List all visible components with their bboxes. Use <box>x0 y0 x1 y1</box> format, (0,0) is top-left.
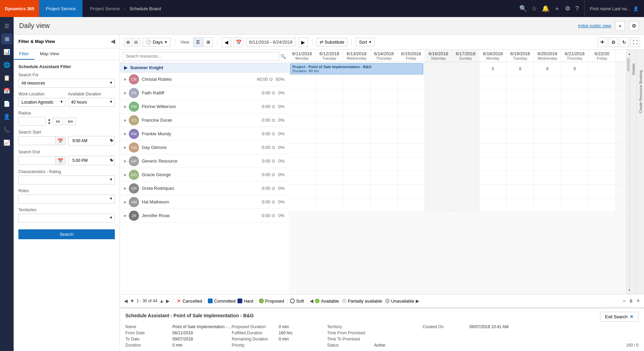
sidebar-person-icon[interactable]: 👤 <box>1 111 12 122</box>
roles-select[interactable] <box>18 195 115 203</box>
calendar-cell[interactable] <box>425 103 452 116</box>
calendar-cell[interactable] <box>561 130 588 143</box>
calendar-cell[interactable] <box>452 103 479 116</box>
calendar-cell[interactable] <box>479 157 507 171</box>
calendar-cell[interactable] <box>316 171 343 184</box>
expand-resource-icon[interactable]: ▶ <box>124 65 127 70</box>
app-name[interactable]: Project Service <box>39 0 82 17</box>
territories-select[interactable] <box>18 214 115 223</box>
sidebar-phone-icon[interactable]: 📞 <box>1 124 12 135</box>
calendar-cell[interactable] <box>370 171 398 184</box>
calendar-cell[interactable] <box>289 117 316 130</box>
calendar-cell[interactable] <box>479 144 507 157</box>
radius-input[interactable]: 20 <box>18 117 46 126</box>
calendar-cell[interactable] <box>370 76 398 89</box>
list-item[interactable]: ▶FWFlorine Wilkerson0:00 ⊙0% <box>120 100 289 113</box>
search-end-calendar-icon[interactable]: 📅 <box>56 156 65 165</box>
calendar-cell[interactable] <box>534 198 561 212</box>
settings-grid-button[interactable]: ⚙ <box>609 37 618 47</box>
search-for-select[interactable]: All resources <box>18 79 115 88</box>
calendar-cell[interactable] <box>561 144 588 157</box>
calendar-cell[interactable] <box>479 89 507 103</box>
legend-next-button[interactable]: ▶ <box>416 298 419 304</box>
calendar-cell[interactable] <box>534 185 561 198</box>
resource-expand-icon[interactable]: ▶ <box>124 186 127 190</box>
calendar-cell[interactable] <box>561 185 588 198</box>
calendar-cell[interactable] <box>370 185 398 198</box>
booking-block[interactable]: Project - Point of Sale Implementation -… <box>290 63 423 74</box>
calendar-cell[interactable]: 8 <box>479 62 507 75</box>
sort-button[interactable]: Sort ▼ <box>356 38 375 46</box>
radius-up-arrow[interactable]: ▲ <box>48 118 51 121</box>
prev-page-button[interactable]: ◀ <box>124 298 128 304</box>
resource-expand-icon[interactable]: ▶ <box>124 214 127 217</box>
calendar-cell[interactable] <box>561 76 588 89</box>
create-booking-panel[interactable]: Create Resource Booking <box>637 50 644 294</box>
calendar-cell[interactable] <box>452 62 479 75</box>
collapse-button[interactable]: ⊟ <box>132 39 140 46</box>
calendar-cell[interactable] <box>507 89 534 103</box>
tab-filter[interactable]: Filter <box>14 48 34 60</box>
calendar-cell[interactable] <box>289 198 316 212</box>
search-start-time[interactable]: 9:00 AM <box>68 136 115 146</box>
calendar-cell[interactable] <box>343 185 370 198</box>
calendar-cell[interactable] <box>507 198 534 212</box>
list-item[interactable]: ▶FDFrancine Duran0:00 ⊙0% <box>120 113 289 127</box>
grid-view-button[interactable]: ⊞ <box>203 37 213 47</box>
calendar-picker-button[interactable]: 📅 <box>234 37 243 47</box>
available-duration-select[interactable]: 40 hours <box>68 98 115 107</box>
calendar-cell[interactable] <box>289 144 316 157</box>
calendar-cell[interactable] <box>452 76 479 89</box>
calendar-cell[interactable] <box>289 185 316 198</box>
calendar-cell[interactable] <box>534 103 561 116</box>
calendar-cell[interactable] <box>343 117 370 130</box>
sidebar-home-icon[interactable]: ⊞ <box>1 33 12 44</box>
calendar-cell[interactable] <box>398 89 425 103</box>
calendar-cell[interactable] <box>316 185 343 198</box>
pause-button[interactable]: ⏸ <box>629 298 633 304</box>
calendar-cell[interactable] <box>398 171 425 184</box>
calendar-cell[interactable] <box>398 130 425 143</box>
calendar-cell[interactable] <box>398 185 425 198</box>
calendar-cell[interactable] <box>561 103 588 116</box>
notification-icon[interactable]: 🔔 <box>542 5 549 12</box>
calendar-cell[interactable] <box>479 103 507 116</box>
calendar-cell[interactable] <box>343 171 370 184</box>
calendar-cell[interactable] <box>289 103 316 116</box>
calendar-cell[interactable] <box>452 171 479 184</box>
legend-prev-button[interactable]: ◀ <box>310 298 313 304</box>
calendar-cell[interactable] <box>316 198 343 212</box>
calendar-cell[interactable] <box>425 130 452 143</box>
calendar-cell[interactable] <box>425 185 452 198</box>
calendar-cell[interactable] <box>316 103 343 116</box>
resource-expand-icon[interactable]: ▶ <box>124 132 127 136</box>
resource-expand-icon[interactable]: ▶ <box>124 159 127 163</box>
next-date-button[interactable]: ▶ <box>298 37 308 47</box>
settings-icon[interactable]: ⚙ <box>565 5 570 12</box>
calendar-cell[interactable] <box>452 130 479 143</box>
calendar-cell[interactable] <box>343 130 370 143</box>
calendar-cell[interactable] <box>425 198 452 212</box>
calendar-cell[interactable] <box>507 130 534 143</box>
calendar-cell[interactable] <box>507 171 534 184</box>
expand-fullscreen-button[interactable]: ⛶ <box>630 37 640 47</box>
resource-expand-icon[interactable]: ▶ <box>124 118 127 122</box>
calendar-cell[interactable] <box>425 144 452 157</box>
calendar-cell[interactable] <box>343 144 370 157</box>
collapse-list-button[interactable]: ▲ <box>159 298 164 304</box>
calendar-cell[interactable] <box>588 157 616 171</box>
favorite-icon[interactable]: ☆ <box>532 5 537 12</box>
calendar-cell[interactable] <box>588 76 616 89</box>
dynamics365-logo[interactable]: Dynamics 365 <box>0 0 39 17</box>
calendar-cell[interactable] <box>507 103 534 116</box>
calendar-cell[interactable] <box>507 144 534 157</box>
search-end-time[interactable]: 5:00 PM <box>68 156 115 165</box>
calendar-cell[interactable] <box>425 76 452 89</box>
list-item[interactable]: ▶FRFaith Ratliff0:00 ⊙0% <box>120 86 289 100</box>
calendar-cell[interactable] <box>479 198 507 212</box>
calendar-cell[interactable] <box>479 185 507 198</box>
calendar-cell[interactable] <box>479 76 507 89</box>
calendar-cell[interactable] <box>588 130 616 143</box>
calendar-cell[interactable] <box>425 62 452 75</box>
calendar-cell[interactable] <box>561 157 588 171</box>
